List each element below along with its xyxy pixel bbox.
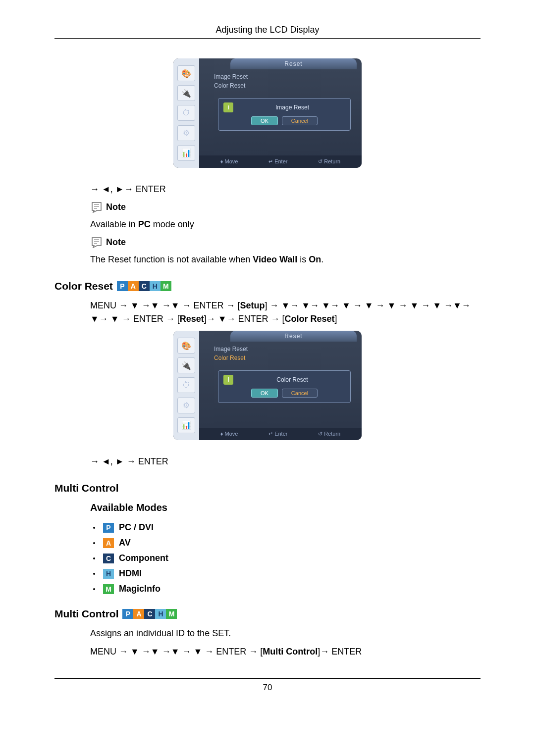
osd-icon-time: ⏱ <box>177 105 195 121</box>
osd-list-item: Image Reset <box>214 72 355 81</box>
page-container: Adjusting the LCD Display Reset 🎨 🔌 ⏱ ⚙ … <box>0 0 535 712</box>
note-icon <box>90 201 103 213</box>
mode-label: Component <box>119 553 168 563</box>
osd-icon-picture: 🎨 <box>177 65 195 81</box>
page-number: 70 <box>54 678 481 693</box>
osd-icon-setup: ⚙ <box>177 398 195 413</box>
osd-footer-return: ↺ Return <box>318 158 340 165</box>
mode-badges-row: P A C H M <box>117 281 171 291</box>
mode-item: C Component <box>90 553 481 563</box>
mode-item: P PC / DVI <box>90 522 481 533</box>
nav-sequence-2: → ◄, ► → ENTER <box>90 455 481 468</box>
osd-footer: ♦ Move ↵ Enter ↺ Return <box>199 428 362 440</box>
osd-color-reset: Reset 🎨 🔌 ⏱ ⚙ 📊 Image Reset Color Reset … <box>173 331 362 440</box>
mode-badge-h: H <box>155 609 166 619</box>
mode-badge-p: P <box>122 609 133 619</box>
mode-badge-m: M <box>103 584 114 594</box>
osd-image-reset: Reset 🎨 🔌 ⏱ ⚙ 📊 Image Reset Color Reset … <box>173 58 362 168</box>
osd-left-icons: 🎨 🔌 ⏱ ⚙ 📊 <box>173 331 199 440</box>
osd-footer-move: ♦ Move <box>220 158 238 165</box>
mode-badge-p: P <box>117 281 128 291</box>
osd-footer-move: ♦ Move <box>220 431 238 437</box>
mode-label: HDMI <box>119 568 142 579</box>
osd-list-item: Image Reset <box>214 345 355 353</box>
bullet-icon <box>93 588 95 590</box>
mode-item: H HDMI <box>90 568 481 579</box>
page-header: Adjusting the LCD Display <box>54 25 481 39</box>
osd-footer-return: ↺ Return <box>318 431 340 437</box>
color-reset-menu-path: MENU → ▼ →▼ →▼ → ENTER → [Setup] → ▼→ ▼→… <box>90 299 481 326</box>
mode-item: A AV <box>90 538 481 548</box>
mode-badge-c: C <box>139 281 150 291</box>
bullet-icon <box>93 573 95 575</box>
section-multi-control-2: Multi Control P A C H M <box>54 608 481 620</box>
mode-item: M MagicInfo <box>90 584 481 594</box>
mode-badge-a: A <box>103 538 114 548</box>
info-icon: i <box>223 102 233 112</box>
osd-icon-input: 🔌 <box>177 357 195 373</box>
osd-cancel-button: Cancel <box>282 116 318 125</box>
mode-badge-m: M <box>160 281 171 291</box>
note-label: Note <box>106 202 126 212</box>
osd-icon-multi: 📊 <box>177 145 195 161</box>
osd-footer: ♦ Move ↵ Enter ↺ Return <box>199 155 362 168</box>
multi-control-menu-path: MENU → ▼ →▼ →▼ → ▼ → ENTER → [Multi Cont… <box>90 645 481 658</box>
osd-ok-button: OK <box>251 389 278 398</box>
note-row: Note <box>90 201 481 213</box>
osd-icon-input: 🔌 <box>177 85 195 101</box>
bullet-icon <box>93 557 95 559</box>
section-multi-control: Multi Control <box>54 482 481 494</box>
osd-cancel-button: Cancel <box>282 389 318 398</box>
mode-badge-c: C <box>144 609 155 619</box>
osd-icon-setup: ⚙ <box>177 125 195 141</box>
mode-badge-a: A <box>128 281 139 291</box>
osd-dialog: i Image Reset OK Cancel <box>218 98 351 131</box>
osd-dialog-title: Color Reset <box>239 376 345 383</box>
osd-dialog: i Color Reset OK Cancel <box>218 370 351 403</box>
osd-icon-picture: 🎨 <box>177 338 195 353</box>
section-color-reset: Color Reset P A C H M <box>54 280 481 292</box>
info-icon: i <box>223 375 233 385</box>
mode-label: AV <box>119 538 131 548</box>
mode-badge-m: M <box>166 609 177 619</box>
mode-badge-c: C <box>103 554 114 563</box>
osd-dialog-title: Image Reset <box>239 104 345 111</box>
mode-label: PC / DVI <box>119 522 154 533</box>
note-text-2: The Reset function is not available when… <box>90 253 481 266</box>
osd-footer-enter: ↵ Enter <box>268 158 287 165</box>
mode-badge-h: H <box>150 281 160 291</box>
mode-badges-row: P A C H M <box>122 609 177 619</box>
note-row: Note <box>90 236 481 248</box>
osd-icon-time: ⏱ <box>177 377 195 393</box>
sub-heading-available-modes: Available Modes <box>90 502 481 513</box>
note-text-1: Available in PC mode only <box>90 218 481 231</box>
osd-list-item: Color Reset <box>214 81 355 90</box>
note-label: Note <box>106 237 126 248</box>
mode-badge-p: P <box>103 523 114 533</box>
mode-badge-h: H <box>103 569 114 579</box>
note-icon <box>90 236 103 248</box>
osd-ok-button: OK <box>251 116 278 125</box>
osd-list-item-selected: Color Reset <box>214 353 355 362</box>
bullet-icon <box>93 527 95 529</box>
osd-icon-multi: 📊 <box>177 417 195 433</box>
mode-label: MagicInfo <box>119 584 160 594</box>
nav-sequence: → ◄, ►→ ENTER <box>90 183 481 196</box>
osd-left-icons: 🎨 🔌 ⏱ ⚙ 📊 <box>173 58 199 168</box>
osd-footer-enter: ↵ Enter <box>268 431 287 437</box>
available-modes-list: P PC / DVI A AV C Component H HDMI M <box>90 522 481 594</box>
mode-badge-a: A <box>133 609 144 619</box>
multi-control-description: Assigns an individual ID to the SET. <box>90 627 481 640</box>
bullet-icon <box>93 542 95 544</box>
